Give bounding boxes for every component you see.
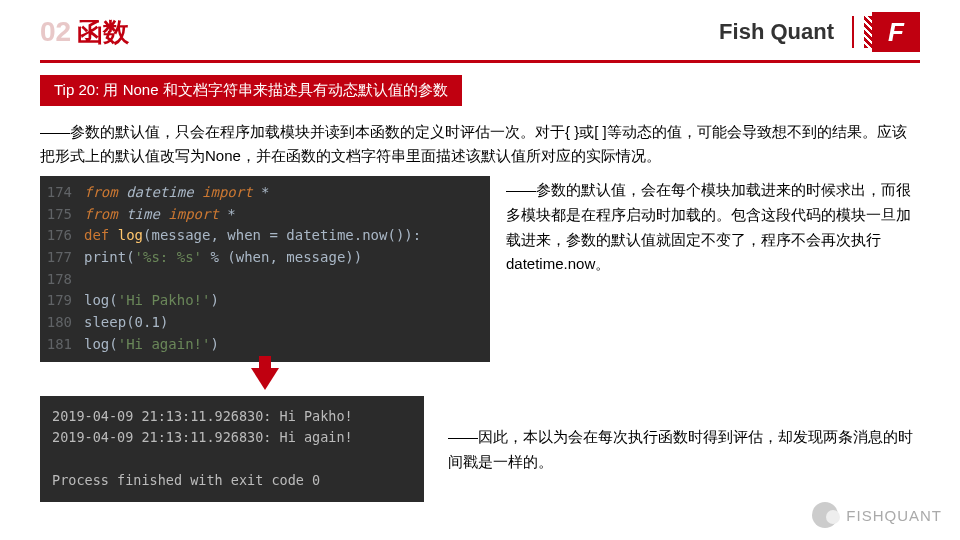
side-note-1: ——参数的默认值，会在每个模块加载进来的时候求出，而很多模块都是在程序启动时加载… bbox=[506, 176, 920, 277]
code-block: 174from datetime import *175from time im… bbox=[40, 176, 490, 362]
line-number: 180 bbox=[40, 312, 84, 334]
code-line: 180sleep(0.1) bbox=[40, 312, 490, 334]
code-line: 176def log(message, when = datetime.now(… bbox=[40, 225, 490, 247]
arrow-down-icon bbox=[251, 368, 279, 390]
arrow-wrap bbox=[40, 362, 490, 396]
line-number: 179 bbox=[40, 290, 84, 312]
chapter-title: 函数 bbox=[77, 15, 129, 50]
output-block: 2019-04-09 21:13:11.926830: Hi Pakho! 20… bbox=[40, 396, 424, 502]
code-line: 175from time import * bbox=[40, 204, 490, 226]
code-line: 181log('Hi again!') bbox=[40, 334, 490, 356]
line-number: 175 bbox=[40, 204, 84, 226]
code-text: log('Hi Pakho!') bbox=[84, 290, 219, 312]
side-note-2: ——因此，本以为会在每次执行函数时得到评估，却发现两条消息的时间戳是一样的。 bbox=[448, 423, 920, 475]
header-right: Fish Quant F bbox=[719, 12, 920, 52]
logo-icon: F bbox=[872, 12, 920, 52]
code-text: log('Hi again!') bbox=[84, 334, 219, 356]
content: Tip 20: 用 None 和文档字符串来描述具有动态默认值的参数 ——参数的… bbox=[0, 63, 960, 502]
header-left: 02 函数 bbox=[40, 15, 129, 50]
watermark: FISHQUANT bbox=[812, 502, 942, 528]
divider bbox=[852, 16, 854, 48]
intro-paragraph: ——参数的默认值，只会在程序加载模块并读到本函数的定义时评估一次。对于{ }或[… bbox=[40, 120, 920, 168]
chapter-number: 02 bbox=[40, 16, 71, 48]
row-output-and-note: 2019-04-09 21:13:11.926830: Hi Pakho! 20… bbox=[40, 396, 920, 502]
code-line: 174from datetime import * bbox=[40, 182, 490, 204]
code-text: sleep(0.1) bbox=[84, 312, 168, 334]
line-number: 178 bbox=[40, 269, 84, 291]
code-text: from time import * bbox=[84, 204, 236, 226]
tip-banner: Tip 20: 用 None 和文档字符串来描述具有动态默认值的参数 bbox=[40, 75, 462, 106]
line-number: 174 bbox=[40, 182, 84, 204]
watermark-text: FISHQUANT bbox=[846, 507, 942, 524]
code-text: print('%s: %s' % (when, message)) bbox=[84, 247, 362, 269]
code-text: from datetime import * bbox=[84, 182, 269, 204]
line-number: 176 bbox=[40, 225, 84, 247]
line-number: 177 bbox=[40, 247, 84, 269]
code-line: 179log('Hi Pakho!') bbox=[40, 290, 490, 312]
header: 02 函数 Fish Quant F bbox=[0, 0, 960, 60]
brand-name: Fish Quant bbox=[719, 19, 834, 45]
row-code-and-note: 174from datetime import *175from time im… bbox=[40, 176, 920, 362]
code-line: 177 print('%s: %s' % (when, message)) bbox=[40, 247, 490, 269]
code-text: def log(message, when = datetime.now()): bbox=[84, 225, 421, 247]
code-line: 178 bbox=[40, 269, 490, 291]
line-number: 181 bbox=[40, 334, 84, 356]
wechat-icon bbox=[812, 502, 838, 528]
